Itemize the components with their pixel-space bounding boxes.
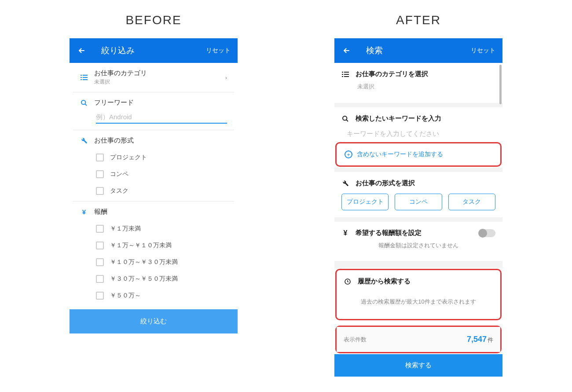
checkbox-task[interactable]: タスク bbox=[96, 187, 227, 195]
checkbox-fee-0[interactable]: ￥１万未満 bbox=[96, 225, 227, 233]
category-value: 未選択 bbox=[94, 78, 147, 86]
list-icon bbox=[341, 72, 349, 77]
chevron-right-icon: › bbox=[225, 74, 227, 81]
header-title: 絞り込み bbox=[101, 45, 206, 56]
history-note: 過去の検索履歴が最大10件まで表示されます bbox=[344, 293, 493, 310]
format-label: お仕事の形式を選択 bbox=[356, 179, 415, 187]
checkbox-fee-2[interactable]: ￥１０万～￥３０万未満 bbox=[96, 258, 227, 266]
checkbox-project[interactable]: プロジェクト bbox=[96, 154, 227, 161]
freeword-section: フリーワード bbox=[73, 92, 234, 130]
format-label: お仕事の形式 bbox=[94, 136, 134, 145]
checkbox-compe[interactable]: コンペ bbox=[96, 170, 227, 178]
svg-point-6 bbox=[81, 100, 85, 104]
fee-section: ¥ 報酬 ￥１万未満 ￥１万～￥１０万未満 ￥１０万～￥３０万未満 ￥３０万～￥… bbox=[73, 201, 234, 306]
count-row: 表示件数 7,547件 bbox=[337, 327, 500, 352]
exclude-label: 含めないキーワードを追加する bbox=[357, 150, 443, 158]
before-label: BEFORE bbox=[125, 13, 181, 27]
freeword-input[interactable] bbox=[96, 113, 227, 121]
svg-rect-0 bbox=[81, 75, 82, 76]
wrench-icon bbox=[341, 180, 349, 187]
svg-rect-4 bbox=[83, 77, 88, 78]
chip-compe[interactable]: コンペ bbox=[395, 194, 442, 210]
freeword-label: フリーワード bbox=[94, 99, 134, 107]
list-icon bbox=[80, 75, 88, 80]
reset-button[interactable]: リセット bbox=[206, 47, 231, 55]
header: 絞り込み リセット bbox=[70, 38, 238, 63]
divider bbox=[334, 103, 502, 107]
count-value: 7,547 bbox=[467, 335, 487, 344]
count-unit: 件 bbox=[488, 337, 493, 343]
scrollbar[interactable] bbox=[499, 65, 502, 104]
checkbox-fee-3[interactable]: ￥３０万～￥５０万未満 bbox=[96, 275, 227, 283]
history-label: 履歴から検索する bbox=[358, 277, 411, 286]
chip-task[interactable]: タスク bbox=[448, 194, 495, 210]
category-row[interactable]: お仕事のカテゴリを選択 未選択 bbox=[334, 63, 502, 103]
svg-rect-11 bbox=[344, 74, 349, 75]
svg-rect-3 bbox=[83, 75, 88, 76]
plus-circle-icon: + bbox=[345, 150, 352, 158]
highlight-exclude: + 含めないキーワードを追加する bbox=[335, 142, 502, 167]
fee-label: 報酬 bbox=[94, 208, 107, 216]
checkbox-fee-4[interactable]: ￥５０万～ bbox=[96, 292, 227, 300]
format-section: お仕事の形式 プロジェクト コンペ タスク bbox=[73, 130, 234, 201]
divider bbox=[334, 217, 502, 222]
svg-rect-1 bbox=[81, 77, 82, 78]
yen-icon: ¥ bbox=[80, 208, 88, 216]
add-exclude-button[interactable]: + 含めないキーワードを追加する bbox=[337, 143, 500, 165]
after-label: AFTER bbox=[396, 13, 441, 27]
checkbox-fee-1[interactable]: ￥１万～￥１０万未満 bbox=[96, 242, 227, 249]
header: 検索 リセット bbox=[334, 38, 502, 63]
keyword-section: 検索したいキーワードを入力 bbox=[334, 107, 502, 141]
before-screen: 絞り込み リセット お仕事のカテゴリ 未選択 › bbox=[70, 38, 238, 333]
back-arrow-icon[interactable] bbox=[77, 45, 87, 56]
category-label: お仕事のカテゴリ bbox=[94, 69, 147, 77]
category-row[interactable]: お仕事のカテゴリ 未選択 › bbox=[73, 63, 234, 92]
count-label: 表示件数 bbox=[344, 336, 367, 344]
search-icon bbox=[80, 99, 88, 106]
category-value: 未選択 bbox=[341, 78, 495, 96]
highlight-history: 履歴から検索する 過去の検索履歴が最大10件まで表示されます bbox=[335, 269, 502, 320]
keyword-input[interactable] bbox=[347, 130, 495, 137]
fee-toggle[interactable] bbox=[479, 229, 495, 237]
svg-rect-9 bbox=[342, 76, 343, 77]
svg-rect-10 bbox=[344, 72, 349, 73]
divider bbox=[334, 168, 502, 172]
header-title: 検索 bbox=[366, 45, 471, 56]
svg-rect-5 bbox=[83, 79, 88, 80]
clock-icon bbox=[344, 278, 352, 285]
svg-rect-7 bbox=[342, 72, 343, 73]
fee-label: 希望する報酬額を設定 bbox=[356, 229, 422, 237]
divider bbox=[334, 261, 502, 268]
svg-rect-12 bbox=[344, 76, 349, 77]
search-icon bbox=[341, 115, 349, 122]
svg-point-13 bbox=[343, 116, 347, 120]
svg-rect-2 bbox=[81, 79, 82, 80]
after-screen: 検索 リセット お仕事のカテゴリを選択 未選択 bbox=[334, 38, 502, 377]
category-label: お仕事のカテゴリを選択 bbox=[356, 70, 428, 78]
fee-note: 報酬金額は設定されていません bbox=[341, 237, 495, 254]
chip-project[interactable]: プロジェクト bbox=[341, 194, 389, 210]
back-arrow-icon[interactable] bbox=[341, 45, 352, 56]
format-section: お仕事の形式を選択 プロジェクト コンペ タスク bbox=[334, 172, 502, 217]
divider bbox=[334, 321, 502, 325]
keyword-label: 検索したいキーワードを入力 bbox=[356, 114, 441, 123]
filter-button[interactable]: 絞り込む bbox=[70, 309, 238, 333]
svg-rect-8 bbox=[342, 74, 343, 75]
highlight-count: 表示件数 7,547件 bbox=[335, 326, 502, 353]
yen-icon: ¥ bbox=[341, 229, 349, 237]
wrench-icon bbox=[80, 137, 88, 144]
search-button[interactable]: 検索する bbox=[334, 354, 502, 377]
fee-section: ¥ 希望する報酬額を設定 報酬金額は設定されていません bbox=[334, 222, 502, 261]
reset-button[interactable]: リセット bbox=[471, 47, 495, 55]
